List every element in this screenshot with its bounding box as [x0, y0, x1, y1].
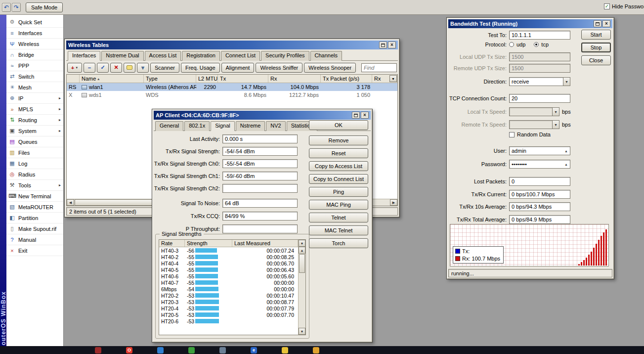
- signal-strength-ch2-field[interactable]: [222, 184, 298, 193]
- local-udp-tx-size-input[interactable]: 1500: [509, 52, 570, 61]
- sidebar-item[interactable]: » MPLS ▸: [6, 104, 63, 115]
- sidebar-item[interactable]: ▤ Queues: [6, 136, 63, 147]
- signal-row[interactable]: HT20-3 -53 00:00:08.77: [159, 299, 298, 305]
- safe-mode-button[interactable]: Safe Mode: [26, 2, 63, 12]
- ccq-field[interactable]: 84/99 %: [222, 212, 298, 221]
- signal-row[interactable]: HT40-2 -55 00:00:08.25: [159, 254, 298, 260]
- undo-icon[interactable]: ↶: [2, 3, 11, 12]
- scrollbar-thumb[interactable]: [299, 254, 305, 273]
- close-icon[interactable]: ×: [388, 42, 396, 48]
- signal-row[interactable]: HT40-7 -55 00:00:00: [159, 279, 298, 286]
- sidebar-item[interactable]: ▯ Make Supout.rif: [6, 223, 63, 234]
- p-throughput-field[interactable]: [222, 224, 298, 233]
- tab[interactable]: Connect List: [221, 51, 260, 61]
- signal-row[interactable]: HT20-6 -53: [159, 318, 298, 324]
- find-input[interactable]: [361, 63, 397, 72]
- signal-row[interactable]: HT40-4 -55 00:00:06.70: [159, 260, 298, 266]
- column-rate[interactable]: Rate: [159, 240, 185, 247]
- column-chooser-icon[interactable]: ▼: [299, 240, 305, 247]
- sidebar-item[interactable]: Ψ Wireless: [6, 39, 63, 49]
- collapse-arrow-icon[interactable]: ▲: [564, 149, 568, 153]
- chevron-down-icon[interactable]: ▼: [563, 77, 570, 86]
- taskbar-app-icon[interactable]: [219, 347, 226, 354]
- tab[interactable]: Nstreme Dual: [101, 51, 143, 61]
- chevron-down-icon[interactable]: ▼: [553, 120, 559, 129]
- taskbar-app-icon[interactable]: [313, 347, 319, 354]
- signal-row[interactable]: HT20-5 -53 00:00:07.70: [159, 311, 298, 318]
- signal-strength-ch0-field[interactable]: -55/-54 dBm: [222, 159, 298, 168]
- ap-action-button[interactable]: Telnet: [309, 213, 368, 222]
- udp-radio[interactable]: [509, 42, 514, 47]
- random-data-checkbox[interactable]: [509, 132, 515, 137]
- ap-action-button[interactable]: Copy to Access List: [309, 161, 368, 171]
- signal-row[interactable]: HT40-5 -55 00:00:06.43: [159, 266, 298, 273]
- sidebar-item[interactable]: ▧ MetaROUTER: [6, 202, 63, 213]
- freq-usage-button[interactable]: Freq. Usage: [181, 63, 220, 73]
- maximize-icon[interactable]: [352, 112, 360, 119]
- column-tx[interactable]: Tx: [218, 75, 268, 83]
- maximize-icon[interactable]: [594, 20, 601, 27]
- sidebar-item[interactable]: ⇅ Routing ▸: [6, 115, 63, 126]
- sidebar-item[interactable]: ⊕ IP ▸: [6, 93, 63, 104]
- sidebar-item[interactable]: ⌨ New Terminal: [6, 191, 63, 202]
- signal-row[interactable]: HT40-3 -56 00:00:07.24: [159, 247, 298, 254]
- table-row[interactable]: X wds1 WDS 8.6 Mbps 1212.7 kbps 1 050: [67, 91, 397, 99]
- signal-row[interactable]: 6Mbps -54 00:00:00: [159, 286, 298, 292]
- sidebar-item[interactable]: ▥ Files: [6, 147, 63, 158]
- tcp-radio[interactable]: [534, 42, 539, 47]
- tab[interactable]: Access List: [145, 51, 181, 61]
- filter-icon[interactable]: ▼: [137, 63, 149, 73]
- ap-action-button[interactable]: Reset: [309, 148, 368, 158]
- direction-select[interactable]: receive: [509, 77, 563, 86]
- remote-tx-speed-input[interactable]: [509, 120, 553, 129]
- bandwidth-test-titlebar[interactable]: Bandwidth Test (Running) ×: [448, 19, 612, 28]
- test-to-input[interactable]: 10.1.1.1: [509, 31, 570, 40]
- signal-row[interactable]: HT40-6 -55 00:00:05.60: [159, 273, 298, 279]
- scroll-right-icon[interactable]: ▶: [390, 199, 397, 206]
- taskbar-app-icon[interactable]: O: [126, 347, 132, 354]
- remove-button[interactable]: −: [84, 63, 95, 73]
- maximize-icon[interactable]: [379, 42, 387, 48]
- taskbar-app-icon[interactable]: [282, 347, 288, 354]
- tab[interactable]: Channels: [310, 51, 342, 61]
- table-row[interactable]: RS wlan1 Wireless (Atheros AR9... 2290 1…: [67, 83, 397, 91]
- sidebar-item[interactable]: ⇄ Switch: [6, 71, 63, 82]
- sidebar-item[interactable]: ≈ PPP: [6, 60, 63, 71]
- tab[interactable]: Signal: [211, 121, 235, 131]
- close-icon[interactable]: ×: [361, 112, 369, 119]
- collapse-arrow-icon[interactable]: ▲: [564, 163, 568, 166]
- local-tx-speed-input[interactable]: [509, 107, 553, 116]
- ap-action-button[interactable]: OK: [309, 120, 368, 130]
- tab[interactable]: Nstreme: [236, 121, 265, 131]
- password-input[interactable]: ••••••••▲: [509, 160, 570, 169]
- hide-password-checkbox[interactable]: ✓: [604, 3, 610, 9]
- wireless-snooper-button[interactable]: Wireless Snooper: [304, 63, 356, 73]
- signal-strength-ch1-field[interactable]: -59/-60 dBm: [222, 172, 298, 180]
- ap-action-button[interactable]: MAC Telnet: [309, 225, 368, 235]
- ap-action-button[interactable]: MAC Ping: [309, 200, 368, 210]
- close-button[interactable]: Close: [581, 55, 611, 65]
- tab[interactable]: 802.1x: [184, 121, 210, 131]
- ap-action-button[interactable]: Torch: [309, 238, 368, 248]
- vertical-scrollbar[interactable]: ▼ ▲ ▼: [298, 240, 305, 335]
- column-last-measured[interactable]: Last Measured: [232, 240, 298, 247]
- signal-to-noise-field[interactable]: 64 dB: [222, 199, 298, 208]
- column-type[interactable]: Type: [144, 75, 196, 83]
- sidebar-item[interactable]: ◧ Partition: [6, 213, 63, 223]
- tab[interactable]: NV2: [266, 121, 285, 131]
- scroll-down-icon[interactable]: ▼: [299, 328, 305, 335]
- sidebar-item[interactable]: ✳ Mesh: [6, 82, 63, 93]
- tcp-connection-count-input[interactable]: 20: [509, 94, 570, 103]
- sidebar-item[interactable]: ◎ Radius: [6, 169, 63, 180]
- comment-icon[interactable]: [124, 63, 135, 73]
- remote-udp-tx-size-input[interactable]: 1500: [509, 64, 570, 73]
- signal-row[interactable]: HT20-4 -53 00:00:07.79: [159, 305, 298, 311]
- tab[interactable]: Security Profiles: [261, 51, 309, 61]
- column-tx-packet[interactable]: Tx Packet (p/s): [321, 75, 372, 83]
- column-l2mtu[interactable]: L2 MTU: [196, 75, 218, 83]
- scroll-up-icon[interactable]: ▲: [299, 247, 305, 254]
- tab[interactable]: Registration: [182, 51, 220, 61]
- ap-action-button[interactable]: Remove: [309, 135, 368, 145]
- tab[interactable]: General: [155, 121, 183, 131]
- redo-icon[interactable]: ↷: [12, 3, 21, 12]
